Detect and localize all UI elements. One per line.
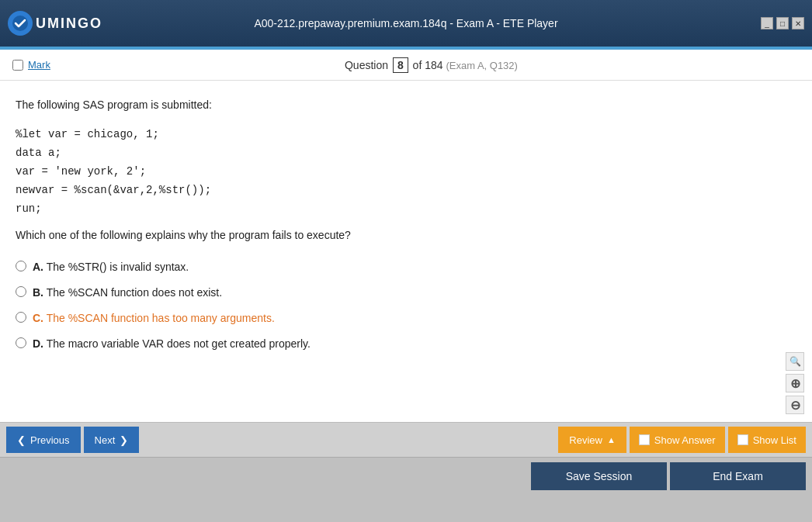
navigation-bar: ❮ Previous Next ❯ Review ▲ Show Answer S… (0, 422, 812, 457)
question-label: Question (345, 59, 388, 71)
review-button[interactable]: Review ▲ (558, 427, 626, 453)
show-list-button[interactable]: Show List (728, 427, 806, 453)
window-title: A00-212.prepaway.premium.exam.184q - Exa… (254, 17, 557, 29)
answer-options: A. The %STR() is invalid syntax. B. The … (16, 259, 796, 352)
title-bar: UMINGO A00-212.prepaway.premium.exam.184… (0, 0, 812, 47)
code-block: %let var = chicago, 1; data a; var = 'ne… (16, 126, 796, 218)
question-ref: (Exam A, Q132) (446, 60, 517, 71)
minimize-button[interactable]: _ (761, 17, 773, 29)
radio-d[interactable] (16, 337, 26, 348)
radio-b[interactable] (16, 286, 26, 297)
question-prompt: Which one of the following explains why … (16, 227, 796, 244)
chevron-up-icon: ▲ (607, 435, 616, 444)
show-list-checkbox (737, 434, 748, 445)
question-info: Question 8 of 184 (Exam A, Q132) (345, 57, 518, 73)
mark-checkbox[interactable] (12, 60, 23, 71)
zoom-in-button[interactable]: ⊕ (786, 374, 804, 392)
zoom-out-button[interactable]: ⊖ (786, 396, 804, 414)
option-d[interactable]: D. The macro variable VAR does not get c… (16, 336, 796, 352)
logo-text: UMINGO (36, 16, 102, 32)
option-c[interactable]: C. The %SCAN function has too many argum… (16, 310, 796, 327)
logo-icon (8, 11, 33, 36)
option-c-label: C. The %SCAN function has too many argum… (33, 310, 275, 327)
window-controls[interactable]: _ □ ✕ (761, 17, 804, 29)
maximize-button[interactable]: □ (776, 17, 789, 29)
next-button[interactable]: Next ❯ (84, 427, 140, 453)
question-number: 8 (393, 57, 408, 73)
radio-a[interactable] (16, 261, 26, 271)
option-a[interactable]: A. The %STR() is invalid syntax. (16, 259, 796, 275)
question-intro: The following SAS program is submitted: (16, 96, 796, 113)
option-d-label: D. The macro variable VAR does not get c… (33, 336, 311, 352)
action-bar: Save Session End Exam (0, 457, 812, 494)
show-answer-button[interactable]: Show Answer (630, 427, 725, 453)
code-line-5: run; (16, 200, 796, 219)
question-header: Mark Question 8 of 184 (Exam A, Q132) (0, 50, 812, 81)
code-line-2: data a; (16, 144, 796, 163)
save-session-button[interactable]: Save Session (531, 462, 667, 490)
question-content: The following SAS program is submitted: … (0, 81, 812, 422)
mark-area[interactable]: Mark (12, 59, 50, 71)
option-b-label: B. The %SCAN function does not exist. (33, 285, 222, 301)
end-exam-button[interactable]: End Exam (670, 462, 806, 490)
option-a-label: A. The %STR() is invalid syntax. (33, 259, 189, 275)
close-button[interactable]: ✕ (792, 17, 804, 29)
option-b[interactable]: B. The %SCAN function does not exist. (16, 285, 796, 301)
logo-area: UMINGO (8, 11, 102, 36)
show-answer-checkbox (639, 434, 650, 445)
chevron-left-icon: ❮ (17, 434, 26, 446)
zoom-controls[interactable]: 🔍 ⊕ ⊖ (786, 352, 804, 414)
code-line-1: %let var = chicago, 1; (16, 126, 796, 144)
radio-c[interactable] (16, 312, 26, 323)
code-line-3: var = 'new york, 2'; (16, 163, 796, 181)
search-icon[interactable]: 🔍 (786, 352, 804, 371)
chevron-right-icon: ❯ (120, 434, 128, 446)
mark-label[interactable]: Mark (28, 59, 50, 71)
previous-button[interactable]: ❮ Previous (6, 427, 81, 453)
logo: UMINGO (8, 11, 102, 36)
code-line-4: newvar = %scan(&var,2,%str()); (16, 181, 796, 200)
question-total: of 184 (413, 59, 443, 71)
